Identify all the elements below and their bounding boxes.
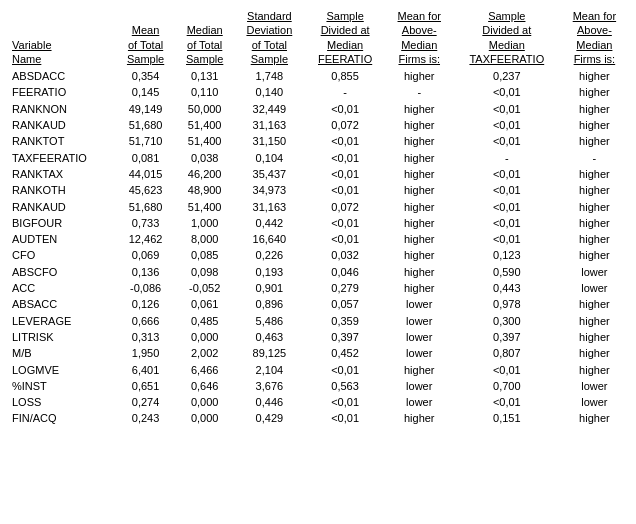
data-cell: <0,01 [305,133,386,149]
data-cell: 0,193 [234,264,304,280]
var-name-cell: ABSDACC [8,68,116,84]
data-cell: 0,978 [453,296,561,312]
data-cell: 0,313 [116,329,175,345]
data-cell: <0,01 [453,199,561,215]
var-name-cell: ABSCFO [8,264,116,280]
data-cell: lower [386,329,453,345]
data-cell: 0,563 [305,378,386,394]
data-cell: 0,452 [305,345,386,361]
var-name-cell: %INST [8,378,116,394]
data-cell: <0,01 [453,394,561,410]
data-cell: 1,950 [116,345,175,361]
data-cell: higher [561,247,628,263]
table-row: LITRISK0,3130,0000,4630,397lower0,397hig… [8,329,628,345]
data-cell: 31,150 [234,133,304,149]
data-cell: higher [386,215,453,231]
var-name-cell: LOSS [8,394,116,410]
col-header-text-median: Medianof TotalSample [186,24,223,65]
data-cell: 0,098 [175,264,234,280]
table-row: RANKNON49,14950,00032,449<0,01higher<0,0… [8,101,628,117]
data-cell: <0,01 [305,150,386,166]
data-cell: 0,237 [453,68,561,84]
data-cell: 6,401 [116,362,175,378]
data-cell: lower [561,378,628,394]
data-cell: 0,140 [234,84,304,100]
data-cell: 0,061 [175,296,234,312]
data-cell: higher [386,231,453,247]
data-cell: 1,748 [234,68,304,84]
data-cell: 0,901 [234,280,304,296]
data-cell: higher [386,117,453,133]
data-cell: 0,359 [305,313,386,329]
data-cell: higher [386,166,453,182]
data-cell: 0,443 [453,280,561,296]
data-cell: 0,590 [453,264,561,280]
data-cell: 51,680 [116,117,175,133]
col-header-text-div-fee: SampleDivided atMedianFEERATIO [318,10,372,65]
data-cell: 0,126 [116,296,175,312]
data-cell: 0,429 [234,410,304,426]
data-cell: 31,163 [234,199,304,215]
table-row: ABSCFO0,1360,0980,1930,046higher0,590low… [8,264,628,280]
data-cell: - [453,150,561,166]
table-row: BIGFOUR0,7331,0000,442<0,01higher<0,01hi… [8,215,628,231]
data-cell: higher [386,68,453,84]
var-name-cell: LOGMVE [8,362,116,378]
data-cell: higher [561,68,628,84]
data-cell: 12,462 [116,231,175,247]
table-row: RANKAUD51,68051,40031,1630,072higher<0,0… [8,117,628,133]
data-cell: 0,072 [305,117,386,133]
data-cell: <0,01 [453,166,561,182]
data-cell: <0,01 [305,231,386,247]
data-cell: 50,000 [175,101,234,117]
data-cell: <0,01 [453,133,561,149]
table-row: TAXFEERATIO0,0810,0380,104<0,01higher-- [8,150,628,166]
data-cell: higher [561,313,628,329]
data-cell: higher [561,101,628,117]
data-cell: 0,000 [175,410,234,426]
data-cell: 0,085 [175,247,234,263]
col-header-div-tax: SampleDivided atMedianTAXFEERATIO [453,8,561,68]
data-cell: 0,700 [453,378,561,394]
data-cell: -0,052 [175,280,234,296]
data-cell: higher [561,362,628,378]
data-cell: 51,710 [116,133,175,149]
data-cell: 34,973 [234,182,304,198]
data-cell: higher [561,296,628,312]
data-cell: <0,01 [305,410,386,426]
data-cell: 0,136 [116,264,175,280]
data-cell: higher [561,133,628,149]
data-cell: 44,015 [116,166,175,182]
data-cell: 0,081 [116,150,175,166]
var-name-cell: FEERATIO [8,84,116,100]
col-header-text-stddev: StandardDeviationof TotalSample [246,10,292,65]
table-row: RANKTAX44,01546,20035,437<0,01higher<0,0… [8,166,628,182]
table-row: %INST0,6510,6463,6760,563lower0,700lower [8,378,628,394]
data-cell: 0,032 [305,247,386,263]
data-cell: 89,125 [234,345,304,361]
data-cell: higher [386,280,453,296]
var-name-cell: LEVERAGE [8,313,116,329]
data-cell: 0,226 [234,247,304,263]
data-cell: higher [386,101,453,117]
data-cell: 51,680 [116,199,175,215]
var-name-cell: FIN/ACQ [8,410,116,426]
data-cell: higher [386,133,453,149]
data-cell: <0,01 [305,182,386,198]
data-cell: 0,104 [234,150,304,166]
table-row: RANKTOT51,71051,40031,150<0,01higher<0,0… [8,133,628,149]
var-name-cell: RANKAUD [8,199,116,215]
table-row: FIN/ACQ0,2430,0000,429<0,01higher0,151hi… [8,410,628,426]
var-name-cell: ABSACC [8,296,116,312]
col-header-mean-above2: Mean forAbove-MedianFirms is: [561,8,628,68]
data-cell: <0,01 [305,362,386,378]
data-cell: higher [561,329,628,345]
data-cell: lower [561,264,628,280]
var-name-cell: ACC [8,280,116,296]
data-cell: higher [561,199,628,215]
data-cell: higher [386,410,453,426]
data-cell: 0,463 [234,329,304,345]
data-cell: lower [386,296,453,312]
data-cell: 0,072 [305,199,386,215]
data-cell: higher [561,84,628,100]
